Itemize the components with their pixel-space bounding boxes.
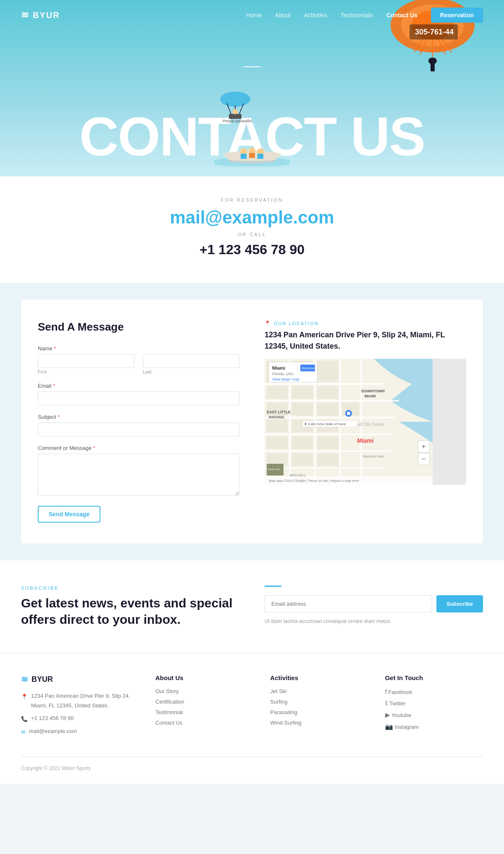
svg-text:Map data ©2021 Google | Terms : Map data ©2021 Google | Terms of Use | R… — [269, 479, 359, 483]
nav-logo[interactable]: ≋ BYUR — [21, 10, 60, 21]
first-name-input[interactable] — [38, 354, 134, 368]
subscribe-button[interactable]: Subscribe — [436, 595, 483, 612]
nav-activities[interactable]: Activities — [304, 12, 327, 18]
svg-rect-25 — [257, 154, 263, 159]
send-message-button[interactable]: Send Message — [38, 506, 100, 523]
first-name-group: Name * First — [38, 345, 134, 374]
nav-about[interactable]: About — [275, 12, 291, 18]
twitter-icon: 𝕥 — [385, 699, 388, 707]
footer-activities-col: Activities Jet Ski Surfing Parasailing W… — [270, 674, 368, 740]
form-left: Send A Message Name * First Last — [38, 321, 239, 523]
last-name-input[interactable] — [143, 354, 239, 368]
subscribe-section-wrapper: SUBSCRIBE Get latest news, events and sp… — [0, 560, 504, 653]
footer-brand-info: 📍 1234 Pan American Drive Pier 9, Slip 2… — [21, 691, 139, 737]
svg-rect-51 — [267, 436, 288, 449]
subscribe-right: Subscribe Ut diam lacinia accumsan conse… — [265, 586, 483, 625]
map-container[interactable]: SPRING GARDEN EAST LITTLE HAVANA DOWNTOW… — [265, 359, 466, 485]
svg-text:People parasailing: People parasailing — [223, 119, 252, 123]
subject-label: Subject * — [38, 414, 239, 420]
form-section: Send A Message Name * First Last — [0, 283, 504, 560]
waves-icon: ≋ — [21, 10, 29, 21]
footer-phone: +1 123 456 78 90 — [31, 713, 74, 723]
subscribe-title: Get latest news, events and special offe… — [21, 595, 239, 628]
contact-phone: +1 123 456 78 90 — [8, 242, 496, 258]
subscribe-section: SUBSCRIBE Get latest news, events and sp… — [0, 560, 504, 653]
svg-text:DOWNTOWN: DOWNTOWN — [361, 389, 385, 393]
pin-icon: 📍 — [265, 321, 271, 326]
svg-text:MIAMI: MIAMI — [365, 394, 376, 398]
svg-text:Florida, USA: Florida, USA — [272, 372, 294, 376]
hero-divider — [244, 66, 260, 67]
footer-instagram[interactable]: 📷 Instagram — [385, 723, 483, 730]
footer-email: mail@example.com — [29, 726, 77, 736]
svg-text:View larger map: View larger map — [272, 377, 299, 381]
email-group: Email * — [38, 383, 239, 405]
footer-twitter[interactable]: 𝕥 Twitter — [385, 699, 483, 707]
svg-rect-56 — [317, 453, 338, 466]
subscribe-divider — [265, 586, 281, 587]
subject-input[interactable] — [38, 423, 239, 436]
footer-activities-title: Activities — [270, 674, 368, 681]
message-textarea[interactable] — [38, 454, 239, 496]
footer-parasailing[interactable]: Parasailing — [270, 709, 368, 715]
email-label: Email * — [38, 383, 239, 389]
reservation-button[interactable]: Reservation — [431, 8, 483, 23]
footer-about-col: About Us Our Story Certification Testimo… — [155, 674, 253, 740]
form-title: Send A Message — [38, 321, 239, 334]
svg-rect-21 — [241, 154, 247, 159]
first-sublabel: First — [38, 369, 134, 374]
nav-contact[interactable]: Contact Us — [386, 12, 417, 18]
svg-rect-16 — [229, 114, 242, 119]
footer-surfing[interactable]: Surfing — [270, 699, 368, 705]
svg-rect-52 — [292, 436, 313, 449]
message-label: Comment or Message * — [38, 445, 239, 451]
svg-text:−: − — [422, 455, 425, 462]
last-label-spacer — [143, 345, 239, 352]
footer-testimonial[interactable]: Testimonial — [155, 709, 253, 715]
footer-address-row: 📍 1234 Pan American Drive Pier 9, Slip 2… — [21, 691, 139, 711]
footer-contact-us[interactable]: Contact Us — [155, 720, 253, 726]
footer-grid: ≋ BYUR 📍 1234 Pan American Drive Pier 9,… — [21, 674, 483, 740]
svg-text:Directions: Directions — [302, 366, 317, 370]
navbar: ≋ BYUR Home About Activities Testimonial… — [0, 0, 504, 30]
footer-youtube[interactable]: ▶ Youtube — [385, 711, 483, 719]
footer-jet-ski[interactable]: Jet Ski — [270, 688, 368, 694]
footer-certification[interactable]: Certification — [155, 699, 253, 705]
nav-home[interactable]: Home — [246, 12, 262, 18]
footer-brand-col: ≋ BYUR 📍 1234 Pan American Drive Pier 9,… — [21, 674, 139, 740]
email-input[interactable] — [38, 392, 239, 405]
nav-logo-text: BYUR — [33, 11, 60, 20]
nav-testimonials[interactable]: Testimonials — [341, 12, 373, 18]
name-row: Name * First Last — [38, 345, 239, 383]
footer-wind-surfing[interactable]: Wind Surfing — [270, 720, 368, 726]
svg-rect-46 — [317, 403, 338, 415]
footer-facebook[interactable]: f Facebook — [385, 688, 483, 695]
subscribe-email-input[interactable] — [265, 595, 432, 612]
contact-email[interactable]: mail@example.com — [8, 208, 496, 228]
svg-text:EAST LITTLE: EAST LITTLE — [267, 410, 291, 414]
footer: ≋ BYUR 📍 1234 Pan American Drive Pier 9,… — [0, 653, 504, 784]
subscribe-description: Ut diam lacinia accumsan consequat ornar… — [265, 618, 483, 625]
phone-icon: 📞 — [21, 714, 28, 724]
footer-logo-text: BYUR — [32, 675, 53, 684]
svg-rect-55 — [292, 453, 313, 466]
footer-get-in-touch-title: Get In Touch — [385, 674, 483, 681]
svg-rect-11 — [430, 63, 435, 71]
footer-about-title: About Us — [155, 674, 253, 681]
svg-text:Miami: Miami — [357, 437, 374, 444]
contact-info-section: FOR RESERVATION mail@example.com OR CALL… — [0, 176, 504, 283]
svg-rect-45 — [292, 403, 313, 415]
footer-waves-icon: ≋ — [21, 674, 28, 684]
location-label: 📍 OUR LOCATION — [265, 321, 466, 326]
svg-text:Miami: Miami — [272, 365, 285, 371]
footer-logo: ≋ BYUR — [21, 674, 139, 684]
last-sublabel: Last — [143, 369, 239, 374]
subscribe-left: SUBSCRIBE Get latest news, events and sp… — [21, 586, 239, 628]
svg-text:HAVANA: HAVANA — [269, 415, 285, 419]
address-icon: 📍 — [21, 692, 28, 702]
subscribe-input-row: Subscribe — [265, 595, 483, 612]
svg-rect-42 — [292, 386, 313, 399]
subject-group: Subject * — [38, 414, 239, 436]
footer-our-story[interactable]: Our Story — [155, 688, 253, 694]
svg-text:Street View: Street View — [268, 468, 281, 470]
